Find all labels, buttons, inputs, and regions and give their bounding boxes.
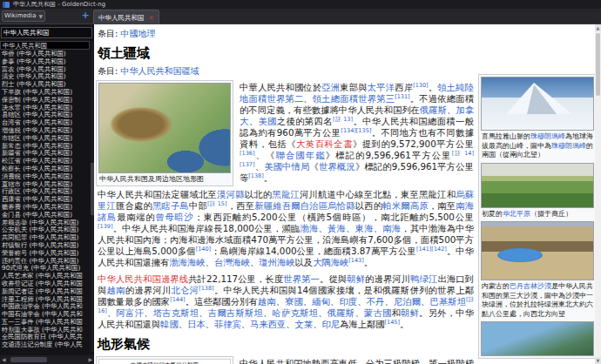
- wiki-link[interactable]: 太平洋: [368, 82, 395, 92]
- wiki-link[interactable]: 朝鲜: [401, 307, 419, 318]
- list-item[interactable]: 西康省 (中华人民共和国): [0, 196, 90, 204]
- wiki-link[interactable]: 緬甸: [312, 296, 330, 307]
- wiki-link[interactable]: 阿富汗: [117, 307, 145, 318]
- content-scroll-thumb[interactable]: [596, 33, 600, 96]
- list-item[interactable]: 松江省 (中华人民共和国): [0, 158, 90, 165]
- content-vertical-scrollbar[interactable]: ▲ ▼: [595, 24, 601, 364]
- list-item[interactable]: 注册工程师 (中华人民共和国: [0, 296, 90, 304]
- wiki-link[interactable]: 菲律宾: [214, 319, 241, 329]
- list-item[interactable]: 市辖区 (中华人民共和国): [0, 135, 90, 143]
- wiki-link[interactable]: 黑瞎子島: [152, 200, 189, 211]
- list-item[interactable]: 参事 (中华人民共和国): [0, 58, 90, 66]
- scroll-up-icon[interactable]: ▲: [595, 24, 601, 31]
- list-item[interactable]: 富农 (中华人民共和国): [0, 66, 90, 74]
- scroll-left-icon[interactable]: ◀: [2, 355, 6, 364]
- list-item[interactable]: 新常态 (中华人民共和国): [0, 143, 90, 151]
- wiki-link[interactable]: 大隅海峽: [313, 257, 348, 267]
- list-item[interactable]: 人民艺术家 (中华人民共和国: [0, 273, 90, 280]
- wiki-link[interactable]: 帕米爾高原: [382, 200, 429, 211]
- wiki-link[interactable]: 中华人民共和国疆域: [121, 66, 199, 76]
- list-item[interactable]: 村镇银行 (中华人民共和国): [0, 242, 90, 250]
- sidebar-horizontal-scrollbar[interactable]: ◀ ▶: [0, 355, 94, 364]
- wiki-link[interactable]: 亞洲: [321, 82, 340, 92]
- wiki-link[interactable]: 瓊州海峽: [259, 257, 294, 267]
- tab-active[interactable]: 中华人民共和国 ✕: [93, 10, 159, 24]
- wiki-link[interactable]: 新疆維吾爾自治區: [254, 200, 328, 211]
- koppen-climate-map-image[interactable]: 中國大陸的柯本氣候分類圖: [98, 359, 231, 364]
- wiki-link[interactable]: 日本: [187, 319, 206, 329]
- wiki-link[interactable]: 東海: [355, 223, 374, 233]
- wiki-link[interactable]: 烏恰縣: [328, 200, 355, 211]
- wiki-link[interactable]: 北仑河: [171, 285, 199, 295]
- list-item[interactable]: 差额选举 (中华人民共和国): [0, 219, 90, 227]
- entry-line-1[interactable]: 条目: 中國地理: [98, 29, 477, 39]
- wiki-link[interactable]: 曾母暗沙: [155, 212, 193, 222]
- add-tab-button[interactable]: +: [80, 10, 91, 22]
- wiki-link[interactable]: 珠穆朗瑪峰: [530, 132, 565, 140]
- map-figure[interactable]: 中华人民共和国及周边地区地形图: [96, 80, 233, 186]
- climate-map-figure[interactable]: 中國大陸的柯本氣候分類圖: [96, 356, 233, 364]
- list-item[interactable]: 中华人民共和国: [0, 41, 90, 50]
- fourth-photo-partial[interactable]: [481, 321, 594, 356]
- list-item[interactable]: 台湾省 (中华人民共和国): [0, 119, 90, 127]
- wiki-link[interactable]: 塔吉克斯坦: [153, 307, 199, 318]
- list-item[interactable]: 决水罪 (中华人民共和国): [0, 104, 90, 112]
- wiki-link[interactable]: 俄羅斯: [420, 104, 447, 115]
- wiki-link[interactable]: 台灣海峽: [214, 257, 250, 267]
- everest-photo[interactable]: [481, 77, 594, 131]
- list-item[interactable]: 清史 (中华人民共和国): [0, 73, 90, 81]
- list-item[interactable]: 直辖市 (中华人民共和国): [0, 181, 90, 189]
- list-item[interactable]: 华侨 (中华人民共和国): [0, 51, 90, 58]
- wiki-link[interactable]: 美國: [258, 116, 276, 126]
- wiki-link[interactable]: 世界第一: [283, 273, 320, 284]
- wiki-link[interactable]: 华北平原: [503, 210, 530, 218]
- list-item[interactable]: 90式坦克 (中华人民共和国): [0, 265, 90, 273]
- tab-close-icon[interactable]: ✕: [149, 11, 154, 24]
- wiki-link[interactable]: 渤海: [300, 223, 319, 233]
- list-item[interactable]: 中国石油学会 (中华人民共和: [0, 311, 90, 319]
- list-item[interactable]: 共同犯罪 (中华人民共和国): [0, 234, 90, 242]
- wiki-link[interactable]: 韓國: [160, 319, 179, 329]
- wiki-link[interactable]: 黑龍江: [272, 189, 300, 199]
- badain-jaran-desert-photo[interactable]: [481, 221, 594, 280]
- dictionary-group-select[interactable]: Wikimedia ▼: [2, 10, 45, 22]
- entry-line-2[interactable]: 条目: 中华人民共和国疆域: [98, 66, 477, 77]
- list-item[interactable]: 烈士 (中华人民共和国): [0, 81, 90, 89]
- sidebar-hscroll-thumb[interactable]: [10, 357, 47, 362]
- list-item[interactable]: 交通违法记分制度 (中华人民: [0, 341, 90, 349]
- list-item[interactable]: 违约责任 (中华人民共和国): [0, 258, 90, 266]
- wiki-link[interactable]: 渤海海峽: [169, 257, 205, 267]
- wiki-link[interactable]: 巴丹吉林沙漠: [510, 282, 551, 290]
- wiki-link[interactable]: 中华人民共和国邊界线: [98, 273, 188, 284]
- wiki-link[interactable]: 鸭绿江: [410, 273, 437, 284]
- wiki-link[interactable]: 尼泊爾: [394, 296, 421, 307]
- list-item[interactable]: 中国政治学会 (中华人民共和: [0, 303, 90, 311]
- wiki-link[interactable]: 越南: [107, 285, 125, 295]
- list-item[interactable]: 收养登记证 (中华人民共和国: [0, 280, 90, 288]
- list-item[interactable]: 荣誉称号 (中华人民共和国): [0, 250, 90, 258]
- scroll-down-icon[interactable]: ▼: [595, 357, 601, 364]
- list-item[interactable]: 金门县 (中华人民共和国): [0, 212, 90, 219]
- wiki-link[interactable]: 马来西亚: [250, 319, 286, 329]
- wiki-link[interactable]: 聯合國年鑑: [276, 150, 326, 160]
- wiki-link[interactable]: 哈萨克斯坦: [273, 307, 319, 318]
- wiki-link[interactable]: 南海: [382, 223, 401, 233]
- list-item[interactable]: 增值税 (中华人民共和国): [0, 127, 90, 135]
- wiki-link[interactable]: 珠穆朗瑪峰: [551, 142, 586, 150]
- wiki-link[interactable]: 越南: [258, 296, 276, 307]
- list-item[interactable]: 消费税 (中华人民共和国): [0, 173, 90, 181]
- list-item[interactable]: 赡养费 (中华人民共和国): [0, 204, 90, 212]
- wiki-link[interactable]: 俄羅斯: [328, 307, 355, 318]
- wiki-link[interactable]: 吉爾吉斯斯坦: [208, 307, 263, 318]
- china-relief-map-image[interactable]: [98, 83, 231, 173]
- list-item[interactable]: 下半旗 (中华人民共和国): [0, 89, 90, 97]
- list-item[interactable]: 保密制 (中华人民共和国): [0, 97, 90, 104]
- wiki-link[interactable]: 世界概況: [319, 161, 355, 172]
- list-item[interactable]: 新闻记者证 (中华人民共和国: [0, 288, 90, 296]
- list-item[interactable]: 全民国防教育日 (中华人民共: [0, 334, 90, 341]
- wiki-link[interactable]: 美國中情局: [264, 161, 309, 172]
- wiki-link[interactable]: 黃海: [328, 223, 346, 233]
- list-item[interactable]: 县辖区 (中华人民共和国): [0, 111, 90, 119]
- wiki-link[interactable]: 不丹: [367, 296, 385, 307]
- list-item[interactable]: 特别重大事故 (中华人民共和: [0, 327, 90, 334]
